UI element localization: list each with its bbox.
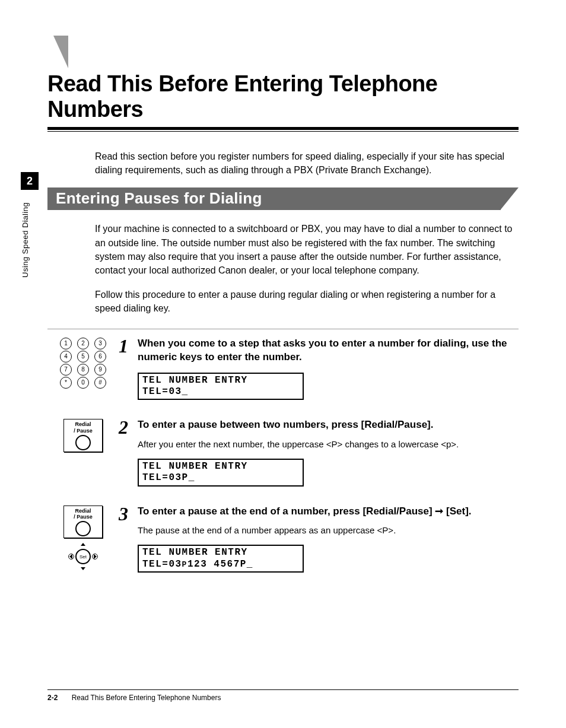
- footer-rule: [47, 689, 519, 690]
- step-1: 1 2 3 4 5 6 7 8 9 * 0 #: [47, 336, 519, 400]
- nav-set-button-icon: Set: [68, 542, 98, 571]
- step-2-number: 2: [119, 418, 133, 437]
- step-2: Redial / Pause 2 To enter a pause betwee…: [47, 418, 519, 486]
- redial-label-line2: / Pause: [74, 428, 93, 434]
- intro-paragraph: Read this section before you register nu…: [95, 150, 519, 177]
- subheader-arrow-deco: [501, 187, 519, 209]
- footer-title: Read This Before Entering Telephone Numb…: [72, 694, 221, 702]
- chapter-side-label: Using Speed Dialing: [21, 195, 30, 278]
- step-1-title: When you come to a step that asks you to…: [138, 336, 519, 365]
- step-1-icon-column: 1 2 3 4 5 6 7 8 9 * 0 #: [47, 336, 119, 390]
- key-8: 8: [77, 364, 89, 376]
- step-3: Redial / Pause Set 3 To enter a pause at…: [47, 504, 519, 573]
- circle-button-icon-2: [75, 521, 91, 536]
- title-rule-thick: [47, 127, 519, 130]
- chapter-side-tab: 2 Using Speed Dialing: [21, 172, 39, 278]
- step-3-title: To enter a pause at the end of a number,…: [138, 504, 519, 519]
- key-7: 7: [60, 364, 72, 376]
- key-4: 4: [60, 351, 72, 363]
- key-2: 2: [77, 338, 89, 349]
- key-3: 3: [94, 338, 106, 349]
- footer-page-number: 2-2: [47, 694, 58, 702]
- body-paragraph-1: If your machine is connected to a switch…: [95, 222, 519, 277]
- redial-pause-button-icon-2: Redial / Pause: [63, 506, 103, 539]
- key-5: 5: [77, 351, 89, 363]
- title-rule-thin: [47, 131, 519, 132]
- redial-label-line1: Redial: [75, 421, 91, 427]
- step-1-lcd: TEL NUMBER ENTRY TEL=03_: [138, 373, 304, 400]
- set-button-label: Set: [75, 549, 91, 564]
- step-1-number: 1: [119, 336, 133, 355]
- step-3-subtext: The pause at the end of a number appears…: [138, 524, 519, 536]
- step-separator: [47, 329, 519, 329]
- redial-label-line1b: Redial: [75, 508, 91, 514]
- key-star: *: [60, 377, 72, 389]
- keypad-icon: 1 2 3 4 5 6 7 8 9 * 0 #: [60, 338, 106, 390]
- body-paragraph-2: Follow this procedure to enter a pause d…: [95, 288, 519, 315]
- step-2-lcd: TEL NUMBER ENTRY TEL=03P_: [138, 459, 304, 486]
- step-2-subtext: After you enter the next number, the upp…: [138, 438, 519, 450]
- step-3-icon-column: Redial / Pause Set: [47, 504, 119, 572]
- key-6: 6: [94, 351, 106, 363]
- decorative-arrow: [53, 36, 68, 68]
- circle-button-icon: [75, 435, 91, 450]
- section-subheader: Entering Pauses for Dialing: [47, 187, 519, 210]
- step-2-icon-column: Redial / Pause: [47, 418, 119, 452]
- page-title: Read This Before Entering Telephone Numb…: [47, 71, 519, 122]
- page-footer: 2-2 Read This Before Entering Telephone …: [47, 689, 519, 702]
- key-0: 0: [77, 377, 89, 389]
- key-hash: #: [94, 377, 106, 389]
- chapter-number-box: 2: [21, 172, 39, 190]
- redial-pause-button-icon: Redial / Pause: [63, 419, 103, 452]
- step-3-number: 3: [119, 504, 133, 523]
- key-9: 9: [94, 364, 106, 376]
- step-2-title: To enter a pause between two numbers, pr…: [138, 418, 519, 432]
- step-3-lcd: TEL NUMBER ENTRY TEL=03P123 4567P_: [138, 545, 304, 572]
- key-1: 1: [60, 338, 72, 349]
- subheader-text: Entering Pauses for Dialing: [47, 187, 501, 210]
- redial-label-line2b: / Pause: [74, 514, 93, 520]
